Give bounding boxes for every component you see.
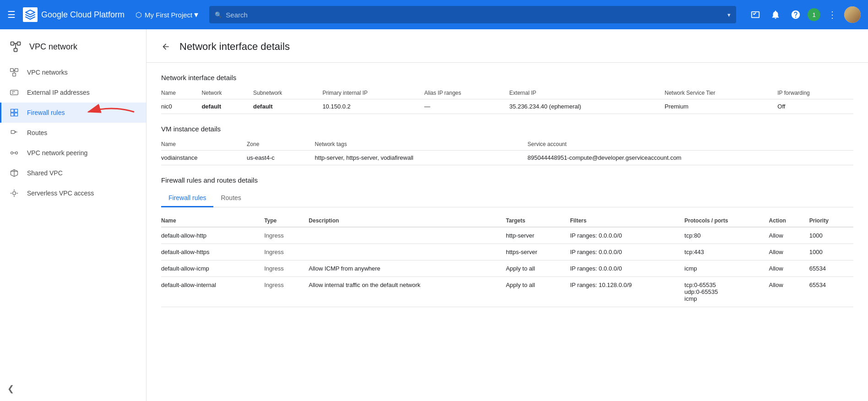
- vpc-networks-icon: [9, 67, 20, 78]
- fw-row-type: Ingress: [264, 277, 309, 307]
- fw-row-targets: http-server: [506, 227, 570, 244]
- more-options-icon[interactable]: ⋮: [824, 6, 841, 23]
- fw-col-filters: Filters: [570, 215, 684, 227]
- sidebar-item-vpc-networks[interactable]: VPC networks: [0, 62, 146, 82]
- project-dot-icon: ⬡: [136, 11, 142, 19]
- fw-row-name: default-allow-icmp: [161, 260, 264, 277]
- hamburger-menu-icon[interactable]: ☰: [7, 9, 16, 20]
- sidebar-item-label: Shared VPC: [27, 169, 63, 177]
- svg-rect-2: [14, 49, 17, 52]
- nic-tier: Premium: [665, 99, 778, 114]
- svg-rect-14: [15, 109, 18, 113]
- fw-row-action: Allow: [769, 277, 809, 307]
- svg-rect-10: [11, 90, 18, 95]
- fw-row-type: Ingress: [264, 227, 309, 244]
- svg-rect-1: [17, 42, 21, 45]
- serverless-vpc-icon: [9, 188, 20, 199]
- sidebar-item-label: Routes: [27, 129, 47, 136]
- project-selector[interactable]: ⬡ My First Project ▾: [136, 10, 198, 20]
- fw-row-protocols: tcp:80: [684, 227, 769, 244]
- notification-badge[interactable]: 1: [808, 8, 820, 21]
- fw-row-priority: 1000: [809, 244, 853, 260]
- page-title: Network interface details: [179, 41, 290, 53]
- col-tier: Network Service Tier: [665, 87, 778, 99]
- network-interface-table: Name Network Subnetwork Primary internal…: [161, 87, 853, 114]
- avatar[interactable]: [844, 6, 861, 23]
- table-row: default-allow-internal Ingress Allow int…: [161, 277, 853, 307]
- sidebar-item-label: VPC networks: [27, 69, 68, 76]
- vm-instance-title: VM instance details: [161, 125, 853, 133]
- console-icon[interactable]: [747, 6, 764, 23]
- content-area: Network interface details Name Network S…: [146, 63, 868, 318]
- col-subnetwork: Subnetwork: [253, 87, 322, 99]
- sidebar-item-routes[interactable]: Routes: [0, 123, 146, 143]
- sidebar: VPC network VPC networks: [0, 29, 146, 401]
- col-external-ip: External IP: [510, 87, 665, 99]
- fw-row-desc: Allow internal traffic on the default ne…: [309, 277, 506, 307]
- vm-zone: us-east4-c: [247, 151, 315, 165]
- red-arrow-annotation: [84, 103, 139, 123]
- vm-tags: http-server, https-server, vodiafirewall: [315, 151, 528, 165]
- col-alias-ip: Alias IP ranges: [424, 87, 510, 99]
- fw-row-protocols: icmp: [684, 260, 769, 277]
- sidebar-item-serverless-vpc[interactable]: Serverless VPC access: [0, 183, 146, 203]
- app-layout: VPC network VPC networks: [0, 29, 868, 401]
- col-network: Network: [201, 87, 253, 99]
- table-row: default-allow-icmp Ingress Allow ICMP fr…: [161, 260, 853, 277]
- fw-row-protocols: tcp:0-65535 udp:0-65535 icmp: [684, 277, 769, 307]
- fw-row-desc: Allow ICMP from anywhere: [309, 260, 506, 277]
- col-forwarding: IP forwarding: [777, 87, 853, 99]
- svg-rect-7: [13, 73, 16, 76]
- fw-row-priority: 1000: [809, 227, 853, 244]
- firewall-rules-table: Name Type Description Targets Filters Pr…: [161, 215, 853, 307]
- table-row: nic0 default default 10.150.0.2 — 35.236…: [161, 99, 853, 114]
- col-primary-ip: Primary internal IP: [322, 87, 424, 99]
- fw-col-description: Description: [309, 215, 506, 227]
- topbar: ☰ Google Cloud Platform ⬡ My First Proje…: [0, 0, 868, 29]
- tab-firewall-rules[interactable]: Firewall rules: [161, 190, 213, 207]
- search-input[interactable]: [226, 11, 727, 19]
- search-bar[interactable]: 🔍 ▾: [209, 6, 736, 23]
- sidebar-item-external-ip[interactable]: External IP addresses: [0, 82, 146, 103]
- network-interface-title: Network interface details: [161, 74, 853, 81]
- nic-subnetwork: default: [253, 99, 322, 114]
- vpc-peering-icon: [9, 147, 20, 158]
- back-button[interactable]: [157, 38, 174, 55]
- table-row: default-allow-http Ingress http-server I…: [161, 227, 853, 244]
- sidebar-item-label: VPC network peering: [27, 149, 87, 157]
- fw-row-priority: 65534: [809, 260, 853, 277]
- fw-col-action: Action: [769, 215, 809, 227]
- sidebar-title: VPC network: [29, 42, 77, 52]
- tab-routes[interactable]: Routes: [213, 190, 248, 207]
- fw-row-desc: [309, 227, 506, 244]
- shared-vpc-icon: [9, 168, 20, 179]
- fw-col-targets: Targets: [506, 215, 570, 227]
- firewall-routes-title: Firewall rules and routes details: [161, 176, 853, 184]
- sidebar-header: VPC network: [0, 29, 146, 62]
- external-ip-icon: [9, 87, 20, 98]
- main-content: Network interface details Network interf…: [146, 29, 868, 401]
- search-chevron-icon: ▾: [727, 11, 731, 18]
- fw-row-desc: [309, 244, 506, 260]
- fw-row-filters: IP ranges: 10.128.0.0/9: [570, 277, 684, 307]
- col-vm-service: Service account: [527, 138, 853, 151]
- sidebar-item-shared-vpc[interactable]: Shared VPC: [0, 163, 146, 183]
- fw-row-targets: Apply to all: [506, 277, 570, 307]
- help-icon[interactable]: [787, 6, 804, 23]
- fw-row-action: Allow: [769, 260, 809, 277]
- col-vm-tags: Network tags: [315, 138, 528, 151]
- svg-rect-6: [15, 69, 18, 72]
- sidebar-collapse-btn[interactable]: ❮: [0, 376, 146, 401]
- vm-instance-section: VM instance details Name Zone Network ta…: [161, 125, 853, 165]
- notifications-icon[interactable]: [767, 6, 784, 23]
- nic-alias-ip: —: [424, 99, 510, 114]
- sidebar-item-label: External IP addresses: [27, 89, 90, 96]
- sidebar-item-vpc-peering[interactable]: VPC network peering: [0, 143, 146, 163]
- nic-name: nic0: [161, 99, 201, 114]
- svg-rect-13: [11, 109, 14, 113]
- sidebar-item-firewall-rules[interactable]: Firewall rules: [0, 103, 146, 123]
- svg-rect-15: [11, 113, 14, 116]
- vm-name: vodiainstance: [161, 151, 247, 165]
- sidebar-item-label: Firewall rules: [27, 109, 65, 116]
- col-name: Name: [161, 87, 201, 99]
